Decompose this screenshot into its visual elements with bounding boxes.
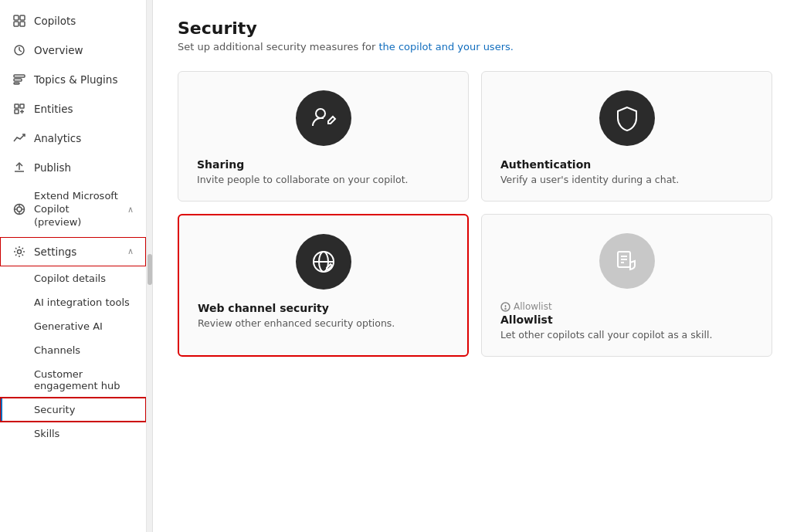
- svg-rect-7: [14, 75, 25, 77]
- page-subtitle: Set up additional security measures for …: [178, 41, 772, 53]
- allowlist-badge-label: Allowlist: [514, 301, 552, 312]
- sidebar-item-analytics-label: Analytics: [34, 132, 81, 144]
- sharing-card-desc: Invite people to collaborate on your cop…: [197, 174, 409, 185]
- sidebar-item-publish[interactable]: Publish: [0, 153, 146, 182]
- card-allowlist[interactable]: Allowlist Allowlist Let other copilots c…: [481, 214, 772, 357]
- cards-grid: Sharing Invite people to collaborate on …: [178, 71, 772, 357]
- sidebar-sub-generative-ai[interactable]: Generative AI: [0, 314, 146, 338]
- sidebar-item-copilots[interactable]: Copilots: [0, 6, 146, 36]
- sidebar-item-publish-label: Publish: [34, 161, 71, 174]
- allowlist-icon-circle: [599, 233, 655, 289]
- svg-point-31: [505, 308, 506, 309]
- svg-rect-12: [15, 110, 19, 114]
- allowlist-card-desc: Let other copilots call your copilot as …: [500, 329, 712, 341]
- topics-icon: [12, 73, 26, 86]
- card-authentication[interactable]: Authentication Verify a user's identity …: [481, 71, 772, 202]
- main-content: Security Set up additional security meas…: [153, 0, 797, 532]
- sidebar-sub-generative-ai-label: Generative AI: [34, 320, 103, 332]
- sidebar-item-settings-label: Settings: [34, 246, 76, 258]
- sidebar: Copilots Overview Topics & Plugins: [0, 0, 147, 532]
- allowlist-card-title: Allowlist: [500, 313, 553, 326]
- sidebar-sub-ai-integration[interactable]: AI integration tools: [0, 290, 146, 314]
- authentication-icon-circle: [599, 90, 655, 146]
- analytics-icon: [12, 131, 26, 145]
- authentication-card-desc: Verify a user's identity during a chat.: [500, 174, 679, 185]
- sidebar-sub-ai-integration-label: AI integration tools: [34, 296, 130, 308]
- sidebar-sub-customer-hub-label: Customer engagement hub: [34, 368, 134, 391]
- publish-icon: [12, 161, 26, 175]
- sidebar-item-entities[interactable]: Entities: [0, 94, 146, 124]
- settings-icon: [12, 245, 26, 259]
- svg-rect-9: [14, 83, 19, 84]
- sidebar-item-extend-label: Extend MicrosoftCopilot (preview): [34, 190, 120, 229]
- svg-rect-0: [14, 15, 19, 20]
- sidebar-item-copilots-label: Copilots: [34, 15, 76, 27]
- grid-icon: [12, 14, 26, 28]
- sidebar-sub-security-label: Security: [34, 404, 75, 415]
- svg-rect-3: [20, 22, 25, 26]
- sidebar-item-analytics[interactable]: Analytics: [0, 124, 146, 153]
- svg-rect-11: [20, 104, 24, 108]
- sidebar-sub-copilot-details[interactable]: Copilot details: [0, 266, 146, 290]
- scrollbar[interactable]: [147, 0, 153, 532]
- svg-rect-1: [20, 15, 25, 20]
- shield-icon: [613, 104, 641, 132]
- globe-shield-icon: [310, 248, 337, 276]
- svg-point-14: [17, 207, 22, 212]
- sidebar-sub-channels-label: Channels: [34, 344, 80, 356]
- svg-rect-2: [14, 22, 19, 26]
- svg-point-21: [316, 109, 325, 118]
- svg-rect-8: [14, 79, 22, 81]
- svg-line-6: [19, 50, 22, 52]
- allowlist-badge-icon: [500, 302, 510, 312]
- entities-icon: [12, 102, 26, 116]
- extend-icon: [12, 202, 26, 216]
- card-sharing[interactable]: Sharing Invite people to collaborate on …: [178, 71, 469, 202]
- web-channel-card-desc: Review other enhanced security options.: [198, 317, 395, 329]
- person-edit-icon: [310, 104, 337, 132]
- sidebar-sub-customer-hub[interactable]: Customer engagement hub: [0, 362, 146, 398]
- sidebar-sub-skills[interactable]: Skills: [0, 422, 146, 446]
- sidebar-item-entities-label: Entities: [34, 103, 73, 115]
- sidebar-item-topics-label: Topics & Plugins: [34, 73, 117, 86]
- page-title: Security: [178, 19, 772, 38]
- svg-rect-10: [15, 104, 19, 108]
- sidebar-item-settings[interactable]: Settings ∧: [0, 237, 146, 266]
- sharing-card-title: Sharing: [197, 158, 244, 171]
- card-web-channel-security[interactable]: Web channel security Review other enhanc…: [178, 214, 469, 357]
- sharing-icon-circle: [296, 90, 351, 146]
- allowlist-badge-row: Allowlist: [500, 301, 552, 312]
- settings-chevron: ∧: [127, 246, 134, 256]
- web-channel-card-title: Web channel security: [198, 302, 329, 314]
- sidebar-item-overview[interactable]: Overview: [0, 36, 146, 65]
- sidebar-item-overview-label: Overview: [34, 44, 83, 56]
- subtitle-link[interactable]: the copilot and your users.: [378, 41, 513, 53]
- sidebar-sub-security[interactable]: Security: [0, 398, 146, 422]
- sidebar-item-topics[interactable]: Topics & Plugins: [0, 65, 146, 94]
- extend-chevron: ∧: [127, 205, 134, 215]
- allowlist-icon: [613, 247, 641, 275]
- svg-point-20: [18, 249, 22, 253]
- web-channel-icon-circle: [296, 234, 351, 290]
- authentication-card-title: Authentication: [500, 158, 591, 171]
- sidebar-sub-skills-label: Skills: [34, 428, 59, 439]
- overview-icon: [12, 43, 26, 57]
- sidebar-sub-channels[interactable]: Channels: [0, 338, 146, 362]
- sidebar-item-extend[interactable]: Extend MicrosoftCopilot (preview) ∧: [0, 182, 146, 237]
- sidebar-sub-copilot-details-label: Copilot details: [34, 273, 106, 284]
